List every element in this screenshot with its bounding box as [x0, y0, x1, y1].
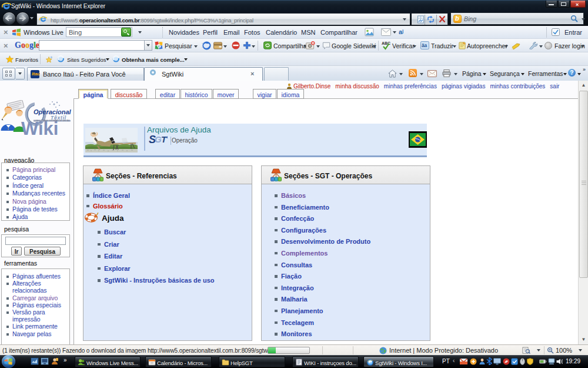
svg-text:G: G [157, 43, 161, 49]
svg-text:äa: äa [422, 42, 427, 48]
svg-text:T: T [161, 134, 168, 144]
svg-text:ABC: ABC [382, 41, 390, 45]
svg-text:Wiki: Wiki [21, 118, 58, 139]
